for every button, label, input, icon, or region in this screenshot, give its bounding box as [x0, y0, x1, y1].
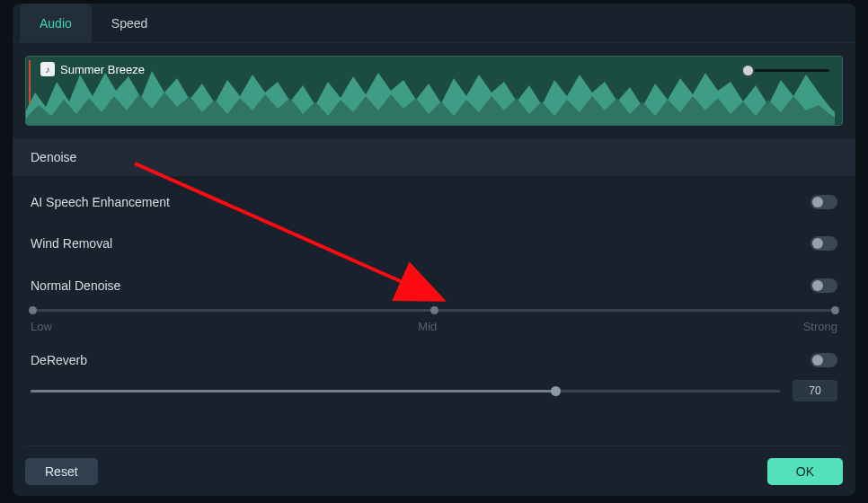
slider-stop-strong[interactable] [831, 306, 839, 314]
waveform [26, 66, 835, 125]
row-ai-speech: AI Speech Enhancement [31, 181, 837, 223]
audio-track-card[interactable]: ♪ Summer Breeze [25, 56, 843, 126]
label-normal-denoise: Normal Denoise [31, 278, 120, 293]
dereverb-value[interactable]: 70 [793, 380, 837, 402]
panel: Audio Speed ♪ Summer Breeze Denoise AI S… [13, 4, 855, 496]
slider-dereverb-knob[interactable] [551, 386, 561, 396]
track-gain-slider[interactable] [747, 69, 829, 72]
slider-stop-mid[interactable] [430, 306, 438, 314]
row-dereverb: DeReverb 70 [31, 339, 837, 402]
label-wind-removal: Wind Removal [31, 236, 112, 251]
slider-stop-low[interactable] [29, 306, 37, 314]
slider-label-strong: Strong [803, 320, 837, 333]
track-title: Summer Breeze [60, 63, 145, 76]
toggle-wind-removal[interactable] [810, 236, 837, 251]
tab-speed[interactable]: Speed [92, 4, 167, 42]
options-list: AI Speech Enhancement Wind Removal Norma… [25, 176, 843, 402]
footer: Reset OK [25, 446, 843, 487]
toggle-dereverb[interactable] [810, 353, 837, 367]
label-dereverb: DeReverb [31, 353, 87, 367]
reset-button[interactable]: Reset [25, 458, 98, 485]
row-wind-removal: Wind Removal [31, 223, 837, 264]
panel-body: ♪ Summer Breeze Denoise AI Speech Enhanc… [13, 43, 855, 496]
toggle-normal-denoise[interactable] [810, 278, 837, 293]
slider-normal-denoise[interactable] [31, 305, 837, 314]
row-normal-denoise: Normal Denoise Low Mid Strong [31, 264, 837, 339]
music-note-icon: ♪ [40, 62, 55, 76]
slider-dereverb[interactable] [31, 385, 780, 396]
toggle-ai-speech[interactable] [810, 195, 837, 209]
tab-bar: Audio Speed [13, 4, 855, 43]
ok-button[interactable]: OK [767, 458, 843, 485]
tab-audio[interactable]: Audio [20, 4, 92, 42]
section-header-denoise: Denoise [13, 138, 855, 176]
label-ai-speech: AI Speech Enhancement [31, 195, 170, 209]
slider-label-mid: Mid [418, 320, 437, 333]
track-gain-knob[interactable] [741, 64, 755, 77]
slider-label-low: Low [31, 320, 52, 333]
